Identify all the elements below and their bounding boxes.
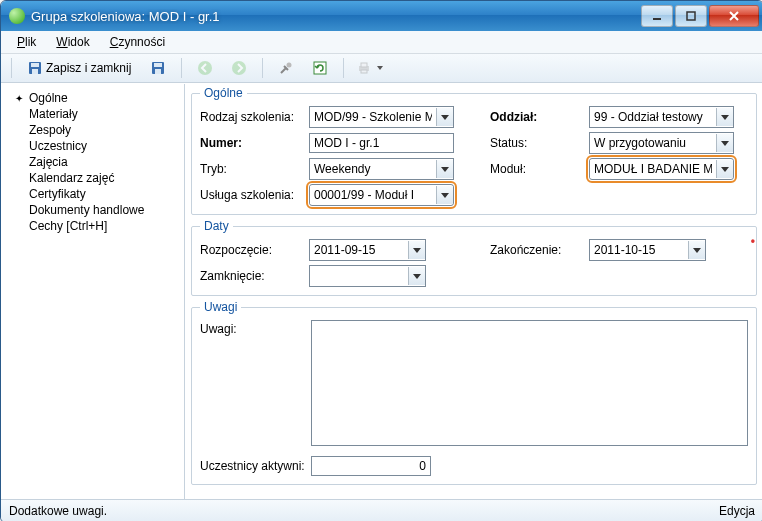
dropdown-icon[interactable] xyxy=(408,267,425,285)
combo-oddzial-input[interactable] xyxy=(590,108,716,126)
combo-tryb-input[interactable] xyxy=(310,160,436,178)
dropdown-icon[interactable] xyxy=(436,160,453,178)
date-rozpoczecie-input[interactable] xyxy=(310,241,408,259)
dropdown-icon[interactable] xyxy=(688,241,705,259)
dropdown-icon xyxy=(376,64,384,72)
minimize-button[interactable] xyxy=(641,5,673,27)
save-button[interactable] xyxy=(143,57,173,79)
sidebar-item-label: Zajęcia xyxy=(29,155,68,169)
combo-status[interactable] xyxy=(589,132,734,154)
dropdown-icon[interactable] xyxy=(408,241,425,259)
sidebar-item-certificates[interactable]: ▸ Certyfikaty xyxy=(5,186,180,202)
dropdown-icon[interactable] xyxy=(716,108,733,126)
date-zakonczenie[interactable] xyxy=(589,239,706,261)
combo-usluga-input[interactable] xyxy=(310,186,436,204)
toolbar-sep-0 xyxy=(11,58,12,78)
combo-rodzaj[interactable] xyxy=(309,106,454,128)
main-panel: Ogólne Rodzaj szkolenia: Oddział: Numer: xyxy=(185,84,762,499)
menu-view-underline: W xyxy=(56,35,67,49)
save-icon-2 xyxy=(151,61,165,75)
combo-modul-input[interactable] xyxy=(590,160,716,178)
combo-rodzaj-input[interactable] xyxy=(310,108,436,126)
svg-rect-0 xyxy=(653,18,661,20)
save-close-button[interactable]: Zapisz i zamknij xyxy=(20,57,139,79)
input-uczestnicy-aktywni[interactable] xyxy=(311,456,431,476)
label-uczestnicy: Uczestnicy aktywni: xyxy=(200,459,305,473)
tools-button[interactable] xyxy=(271,57,301,79)
dropdown-icon[interactable] xyxy=(716,160,733,178)
label-oddzial: Oddział: xyxy=(490,110,585,124)
combo-tryb[interactable] xyxy=(309,158,454,180)
close-button[interactable] xyxy=(709,5,759,27)
dropdown-icon[interactable] xyxy=(436,108,453,126)
menu-actions-rest: zynności xyxy=(118,35,165,49)
app-icon xyxy=(9,8,25,24)
combo-status-input[interactable] xyxy=(590,134,716,152)
menu-view[interactable]: Widok xyxy=(48,33,97,51)
dropdown-icon[interactable] xyxy=(436,186,453,204)
svg-rect-11 xyxy=(314,62,326,74)
label-rodzaj: Rodzaj szkolenia: xyxy=(200,110,305,124)
svg-rect-6 xyxy=(154,63,162,67)
date-zamkniecie-input[interactable] xyxy=(310,267,408,285)
sidebar-item-attributes[interactable]: ▸ Cechy [Ctrl+H] xyxy=(5,218,180,234)
sidebar-item-label: Uczestnicy xyxy=(29,139,87,153)
notes-row: Uwagi: xyxy=(200,320,748,446)
svg-rect-1 xyxy=(687,12,695,20)
statusbar: Dodatkowe uwagi. Edycja xyxy=(1,499,762,521)
maximize-button[interactable] xyxy=(675,5,707,27)
sidebar-item-label: Cechy [Ctrl+H] xyxy=(29,219,107,233)
sidebar-item-teams[interactable]: ▸ Zespoły xyxy=(5,122,180,138)
toolbar: Zapisz i zamknij xyxy=(1,54,762,83)
sidebar-item-label: Ogólne xyxy=(29,91,68,105)
input-numer[interactable] xyxy=(309,133,454,153)
menubar: Plik Widok Czynności xyxy=(1,31,762,54)
textarea-uwagi[interactable] xyxy=(311,320,748,446)
arrow-right-icon xyxy=(231,60,247,76)
window-buttons xyxy=(641,5,759,27)
label-zamk: Zamknięcie: xyxy=(200,269,305,283)
sidebar-item-participants[interactable]: ▸ Uczestnicy xyxy=(5,138,180,154)
sidebar-item-label: Kalendarz zajęć xyxy=(29,171,114,185)
sidebar-item-trade-docs[interactable]: ▸ Dokumenty handlowe xyxy=(5,202,180,218)
group-general: Ogólne Rodzaj szkolenia: Oddział: Numer: xyxy=(191,86,757,215)
date-zakonczenie-input[interactable] xyxy=(590,241,688,259)
sidebar-item-calendar[interactable]: ▸ Kalendarz zajęć xyxy=(5,170,180,186)
dropdown-icon[interactable] xyxy=(716,134,733,152)
nav-back-button[interactable] xyxy=(190,57,220,79)
date-rozpoczecie[interactable] xyxy=(309,239,426,261)
label-zak: Zakończenie: xyxy=(490,243,585,257)
sidebar-item-label: Certyfikaty xyxy=(29,187,86,201)
label-status: Status: xyxy=(490,136,585,150)
label-usluga: Usługa szkolenia: xyxy=(200,188,305,202)
nav-forward-button[interactable] xyxy=(224,57,254,79)
titlebar: Grupa szkoleniowa: MOD I - gr.1 xyxy=(1,1,762,31)
combo-modul[interactable] xyxy=(589,158,734,180)
label-tryb: Tryb: xyxy=(200,162,305,176)
label-modul: Moduł: xyxy=(490,162,585,176)
body: ✦ Ogólne ▸ Materiały ▸ Zespoły ▸ Uczestn… xyxy=(1,83,762,499)
menu-file[interactable]: Plik xyxy=(9,33,44,51)
date-zamkniecie[interactable] xyxy=(309,265,426,287)
toolbar-sep-1 xyxy=(181,58,182,78)
sidebar-item-materials[interactable]: ▸ Materiały xyxy=(5,106,180,122)
print-icon xyxy=(356,60,372,76)
svg-rect-7 xyxy=(155,69,161,74)
arrow-left-icon xyxy=(197,60,213,76)
sidebar-item-general[interactable]: ✦ Ogólne xyxy=(5,90,180,106)
svg-rect-4 xyxy=(32,69,38,74)
svg-point-9 xyxy=(232,61,246,75)
svg-rect-13 xyxy=(361,63,367,67)
combo-oddzial[interactable] xyxy=(589,106,734,128)
maximize-icon xyxy=(686,11,696,21)
label-numer: Numer: xyxy=(200,136,305,150)
sidebar-item-classes[interactable]: ▸ Zajęcia xyxy=(5,154,180,170)
sidebar-item-label: Zespoły xyxy=(29,123,71,137)
app-window: Grupa szkoleniowa: MOD I - gr.1 Plik Wid… xyxy=(0,0,762,521)
refresh-button[interactable] xyxy=(305,57,335,79)
svg-point-10 xyxy=(287,63,292,68)
print-button[interactable] xyxy=(352,57,388,79)
combo-usluga[interactable] xyxy=(309,184,454,206)
status-left: Dodatkowe uwagi. xyxy=(9,504,107,518)
menu-actions[interactable]: Czynności xyxy=(102,33,173,51)
